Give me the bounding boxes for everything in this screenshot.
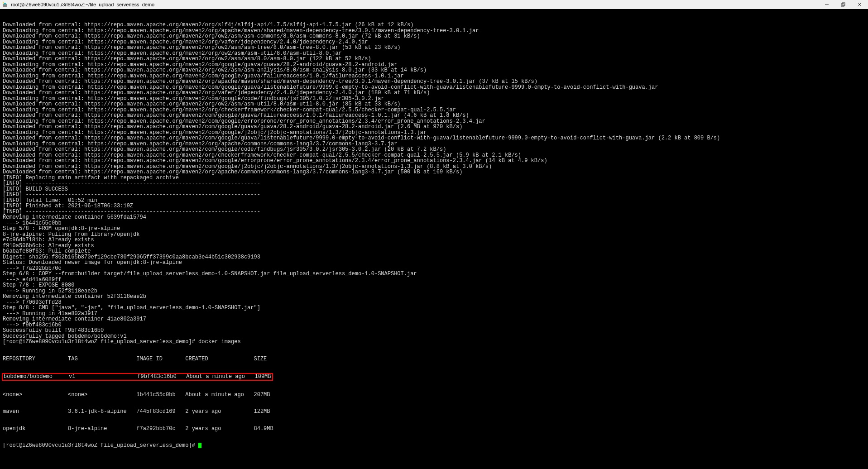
highlight-box: bobdemo/bobdemo v1 f9bf483c16b0 About a …: [2, 373, 273, 381]
terminal-line: Downloaded from central: https://repo.ma…: [3, 34, 865, 39]
terminal-line: Step 8/8 : CMD ["java", "-jar", "file_up…: [3, 305, 865, 311]
terminal-line: Step 5/8 : FROM openjdk:8-jre-alpine: [3, 226, 865, 232]
docker-row: <none> <none> 1b441c55c0bb About a minut…: [3, 392, 865, 398]
terminal-line: Step 6/8 : COPY --from=builder target/fi…: [3, 271, 865, 277]
terminal-line: Downloaded from central: https://repo.ma…: [3, 22, 865, 28]
terminal-line: f910a506b6cb: Already exists: [3, 243, 865, 249]
terminal-line: Removing intermediate container 5639fda1…: [3, 215, 865, 220]
terminal-line: Downloaded from central: https://repo.ma…: [3, 158, 865, 164]
terminal-line: Downloaded from central: https://repo.ma…: [3, 124, 865, 130]
terminal-line: ---> 1b441c55c0bb: [3, 220, 865, 226]
titlebar-left: root@iZ6we8090vcu1u3rl8t4woZ:~/file_uplo…: [2, 1, 154, 8]
terminal-line: Downloaded from central: https://repo.ma…: [3, 67, 865, 73]
terminal-line: ---> f9bf483c16b0: [3, 322, 865, 328]
terminal-line: Downloaded from central: https://repo.ma…: [3, 90, 865, 96]
terminal-line: Downloaded from central: https://repo.ma…: [3, 169, 865, 175]
window-titlebar: root@iZ6we8090vcu1u3rl8t4woZ:~/file_uplo…: [0, 0, 868, 9]
terminal-line: Successfully built f9bf483c16b0: [3, 328, 865, 334]
docker-row-highlighted: bobdemo/bobdemo v1 f9bf483c16b0 About a …: [3, 373, 865, 381]
terminal-line: Removing intermediate container 41ae802a…: [3, 316, 865, 322]
terminal-cursor: [198, 443, 201, 448]
terminal-line: 8-jre-alpine: Pulling from library/openj…: [3, 232, 865, 238]
terminal-line: Status: Downloaded newer image for openj…: [3, 260, 865, 266]
terminal-line: ---> e4d41a6089ff: [3, 277, 865, 283]
terminal-line: [root@iZ6we8090vcu1u3rl8t4woZ file_uploa…: [3, 339, 865, 345]
window-controls: [823, 1, 866, 8]
terminal-line: Downloaded from central: https://repo.ma…: [3, 101, 865, 107]
terminal-line: [INFO] ---------------------------------…: [3, 181, 865, 187]
putty-icon: [2, 1, 8, 8]
terminal-line: Downloaded from central: https://repo.ma…: [3, 45, 865, 51]
docker-row: maven 3.6.1-jdk-8-alpine 7445f83cd169 2 …: [3, 409, 865, 415]
svg-point-2: [3, 2, 4, 3]
docker-header-row: REPOSITORY TAG IMAGE ID CREATED SIZE: [3, 356, 865, 362]
terminal-line: e7c96db7181b: Already exists: [3, 237, 865, 243]
terminal-line: [INFO] Finished at: 2021-06-18T06:33:19Z: [3, 203, 865, 209]
terminal-output[interactable]: Downloaded from central: https://repo.ma…: [0, 9, 868, 456]
terminal-line: Downloaded from central: https://repo.ma…: [3, 135, 865, 141]
terminal-line: [INFO] ---------------------------------…: [3, 192, 865, 198]
window-title: root@iZ6we8090vcu1u3rl8t4woZ:~/file_uplo…: [11, 2, 154, 7]
terminal-line: Removing intermediate container 52f3118e…: [3, 294, 865, 300]
docker-row: openjdk 8-jre-alpine f7a292bbb70c 2 year…: [3, 426, 865, 432]
terminal-line: Downloaded from central: https://repo.ma…: [3, 56, 865, 62]
prompt-line: [root@iZ6we8090vcu1u3rl8t4woZ file_uploa…: [3, 443, 865, 449]
close-button[interactable]: [855, 1, 863, 8]
minimize-button[interactable]: [823, 1, 831, 8]
terminal-line: b6abafe80f63: Pull complete: [3, 249, 865, 254]
svg-rect-5: [842, 3, 845, 5]
prompt-text: [root@iZ6we8090vcu1u3rl8t4woZ file_uploa…: [3, 442, 198, 449]
svg-rect-1: [4, 3, 6, 5]
terminal-line: Downloaded from central: https://repo.ma…: [3, 113, 865, 119]
terminal-line: Downloaded from central: https://repo.ma…: [3, 79, 865, 85]
terminal-line: Step 7/8 : EXPOSE 8080: [3, 282, 865, 288]
terminal-line: Downloaded from central: https://repo.ma…: [3, 147, 865, 153]
svg-rect-4: [841, 4, 844, 6]
maximize-button[interactable]: [839, 1, 847, 8]
